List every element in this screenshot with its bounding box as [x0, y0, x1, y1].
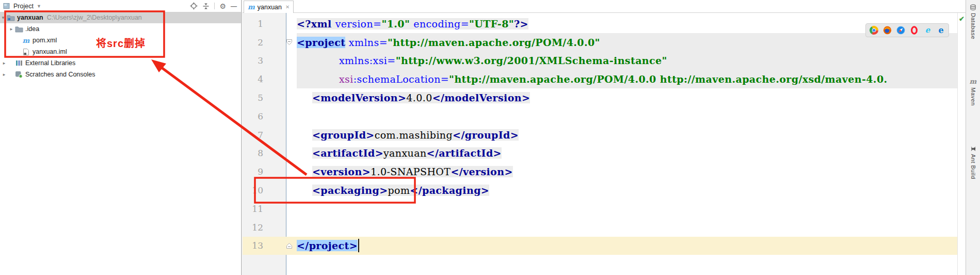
editor-tab-yanxuan[interactable]: m yanxuan ✕	[244, 1, 294, 13]
tree-item-yanxuan[interactable]: ▾yanxuanC:\Users\zjw_2\Desktop\yanxuan	[0, 12, 241, 23]
line-number: 5	[243, 93, 286, 103]
gear-icon[interactable]: ⚙	[219, 3, 226, 10]
maven-icon: m	[970, 78, 977, 85]
code-text: <?xml version="1.0" encoding="UTF-8"?>	[297, 14, 957, 33]
module-file-icon	[22, 48, 30, 56]
code-viewport[interactable]: 1<?xml version="1.0" encoding="UTF-8"?>2…	[243, 13, 957, 275]
code-text: <groupId>com.mashibing</groupId>	[297, 126, 957, 144]
line-number: 13	[243, 240, 286, 251]
project-panel-header: Project ▼ ⚙ —	[0, 0, 241, 12]
line-number: 7	[243, 130, 286, 140]
code-line-11[interactable]: 11	[243, 200, 957, 218]
tree-item-label: pom.xml	[33, 37, 57, 44]
code-line-5[interactable]: 5 <modelVersion>4.0.0</modelVersion>	[243, 88, 957, 107]
ant-icon	[970, 146, 976, 152]
code-line-7[interactable]: 7 <groupId>com.mashibing</groupId>	[243, 126, 957, 144]
code-line-1[interactable]: 1<?xml version="1.0" encoding="UTF-8"?>	[243, 14, 957, 33]
code-line-8[interactable]: 8 <artifactId>yanxuan</artifactId>	[243, 144, 957, 163]
code-text: <modelVersion>4.0.0</modelVersion>	[297, 88, 957, 107]
tool-button-label: Database	[970, 13, 976, 39]
text-caret	[358, 239, 359, 252]
editor-scrollbar[interactable]: ✔	[957, 13, 966, 275]
folder-icon	[14, 25, 23, 33]
code-line-3[interactable]: 3 xmlns:xsi="http://www.w3.org/2001/XMLS…	[243, 52, 957, 70]
tool-button-label: Ant Build	[970, 154, 976, 179]
tree-item-path: C:\Users\zjw_2\Desktop\yanxuan	[47, 14, 142, 21]
database-icon	[970, 4, 976, 11]
code-line-13[interactable]: 13</project>	[243, 237, 957, 255]
line-number: 2	[243, 37, 286, 48]
tree-item-label: .idea	[25, 25, 39, 33]
code-line-12[interactable]: 12	[243, 218, 957, 237]
tool-button-label: Maven	[970, 87, 976, 106]
locate-icon[interactable]	[190, 2, 198, 10]
code-text	[297, 107, 957, 126]
edge-icon[interactable]: e	[937, 26, 945, 35]
tree-item-label: yanxuan.iml	[33, 48, 67, 55]
inspections-ok-icon[interactable]: ✔	[959, 15, 965, 23]
hide-panel-icon[interactable]: —	[231, 3, 237, 10]
code-text: <artifactId>yanxuan</artifactId>	[297, 144, 957, 163]
tree-item-idea[interactable]: ▸.idea	[0, 23, 241, 35]
tree-item-external-libraries[interactable]: ▸External Libraries	[0, 57, 241, 69]
chevron-down-icon[interactable]: ▾	[0, 15, 6, 20]
code-text	[297, 200, 957, 218]
editor-tab-bar: m yanxuan ✕	[243, 0, 966, 13]
close-icon[interactable]: ✕	[285, 4, 290, 10]
editor-area: m yanxuan ✕ 1<?xml version="1.0" encodin…	[243, 0, 966, 275]
line-number: 9	[243, 166, 286, 177]
chevron-right-icon[interactable]: ▸	[1, 60, 7, 66]
collapse-all-icon[interactable]	[202, 3, 210, 10]
code-line-4[interactable]: 4 xsi:schemaLocation="http://maven.apach…	[243, 70, 957, 88]
code-line-6[interactable]: 6	[243, 107, 957, 126]
panel-title: Project	[13, 3, 34, 10]
code-line-10[interactable]: 10 <packaging>pom</packaging>	[243, 181, 957, 200]
chrome-icon[interactable]	[870, 26, 878, 35]
project-root-icon	[6, 13, 15, 22]
chevron-right-icon[interactable]: ▸	[8, 26, 14, 32]
right-tool-window-bar: Database m Maven Ant Build	[966, 0, 980, 275]
code-line-9[interactable]: 9 <version>1.0-SNAPSHOT</version>	[243, 162, 957, 181]
svg-text:e: e	[925, 26, 930, 35]
code-text: <project xmlns="http://maven.apache.org/…	[297, 33, 957, 52]
safari-icon[interactable]	[896, 26, 905, 35]
svg-text:e: e	[938, 26, 943, 35]
maven-file-icon: m	[22, 36, 30, 44]
tab-label: yanxuan	[258, 4, 282, 11]
code-text: </project>	[297, 237, 957, 255]
fold-marker-icon[interactable]	[286, 242, 297, 249]
code-text: xmlns:xsi="http://www.w3.org/2001/XMLSch…	[297, 52, 957, 70]
line-number: 11	[243, 204, 286, 214]
tool-window-icon	[3, 3, 10, 9]
line-number: 3	[243, 55, 286, 66]
line-number: 10	[243, 185, 286, 195]
line-number: 8	[243, 148, 286, 158]
tree-item-label: yanxuan	[17, 14, 43, 21]
tool-button-maven[interactable]: m Maven	[966, 78, 980, 106]
line-number: 6	[243, 111, 286, 121]
code-text: <packaging>pom</packaging>	[297, 181, 957, 200]
code-text: xsi:schemaLocation="http://maven.apache.…	[297, 70, 957, 88]
code-line-2[interactable]: 2<project xmlns="http://maven.apache.org…	[243, 33, 957, 52]
fold-marker-icon[interactable]	[286, 39, 297, 45]
panel-splitter[interactable]	[241, 0, 242, 275]
code-text: <version>1.0-SNAPSHOT</version>	[297, 162, 957, 181]
open-in-browser-toolbar: e e	[865, 23, 949, 37]
code-text	[297, 218, 957, 237]
tree-item-label: Scratches and Consoles	[25, 71, 95, 78]
chevron-down-icon[interactable]: ▼	[37, 4, 41, 9]
toolbar-divider	[214, 3, 215, 9]
chevron-right-icon[interactable]: ▸	[1, 72, 7, 77]
line-number: 4	[243, 74, 286, 84]
firefox-icon[interactable]	[883, 26, 892, 35]
ide-window: Project ▼ ⚙ — ▾yanxuanC:\Users\zjw_2\Des…	[0, 0, 980, 275]
internet-explorer-icon[interactable]: e	[923, 26, 932, 35]
annotation-note: 将src删掉	[96, 35, 146, 50]
code-lines: 1<?xml version="1.0" encoding="UTF-8"?>2…	[243, 14, 957, 255]
opera-icon[interactable]	[910, 26, 919, 35]
maven-icon: m	[248, 4, 255, 10]
tree-item-scratches-and-consoles[interactable]: ▸Scratches and Consoles	[0, 69, 241, 80]
tool-button-database[interactable]: Database	[966, 4, 980, 39]
tree-item-label: External Libraries	[25, 59, 75, 67]
tool-button-ant-build[interactable]: Ant Build	[966, 146, 980, 179]
